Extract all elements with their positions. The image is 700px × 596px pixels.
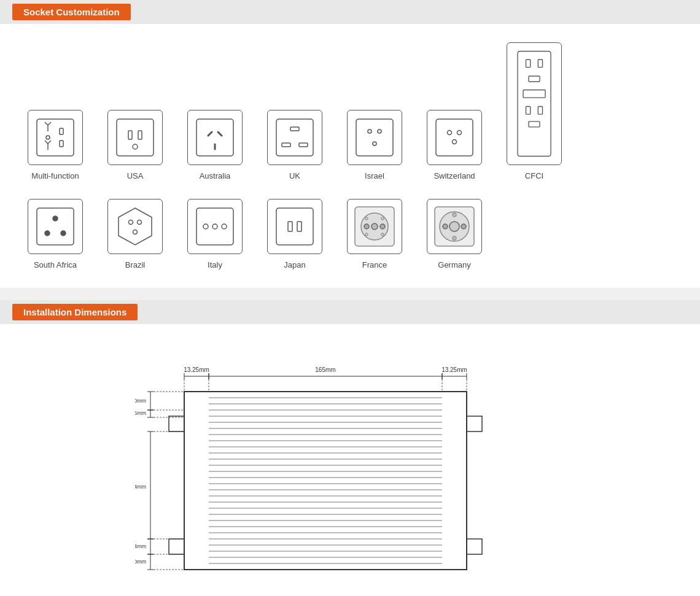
svg-rect-19 <box>290 127 299 131</box>
svg-text:5mm: 5mm <box>135 410 146 416</box>
svg-rect-34 <box>523 90 545 98</box>
socket-box-australia <box>187 110 243 165</box>
installation-section-header: Installation Dimensions <box>0 300 700 324</box>
svg-rect-10 <box>117 119 154 156</box>
svg-point-7 <box>46 136 50 139</box>
svg-line-2 <box>45 122 48 125</box>
page: Socket Customization <box>0 0 700 596</box>
svg-rect-20 <box>282 143 290 147</box>
svg-rect-50 <box>276 208 313 245</box>
svg-rect-12 <box>138 131 142 139</box>
socket-box-france <box>347 199 402 254</box>
svg-rect-51 <box>288 222 292 231</box>
socket-box-israel <box>347 110 402 165</box>
svg-point-28 <box>457 131 462 135</box>
svg-rect-52 <box>297 222 301 231</box>
socket-section-header: Socket Customization <box>0 0 700 24</box>
socket-box-brazil <box>107 199 163 254</box>
svg-rect-22 <box>356 119 393 156</box>
svg-point-49 <box>222 224 227 229</box>
socket-box-germany <box>427 199 482 254</box>
svg-line-15 <box>208 132 212 136</box>
socket-item-japan: Japan <box>258 199 332 269</box>
svg-line-6 <box>48 141 51 144</box>
svg-point-44 <box>138 220 142 225</box>
svg-text:165mm: 165mm <box>315 366 335 373</box>
socket-label-usa: USA <box>127 171 144 180</box>
socket-item-italy: Italy <box>178 199 252 269</box>
socket-box-italy <box>187 199 243 254</box>
svg-point-65 <box>443 224 448 229</box>
socket-item-cfci: CFCI <box>497 42 571 180</box>
socket-label-multi: Multi-function <box>31 171 79 180</box>
svg-point-39 <box>53 216 58 221</box>
socket-label-israel: Israel <box>365 171 384 180</box>
socket-item-south-africa: South Africa <box>18 199 92 269</box>
svg-rect-37 <box>529 122 540 127</box>
svg-point-67 <box>453 213 456 217</box>
svg-text:54mm: 54mm <box>135 484 146 490</box>
svg-rect-9 <box>60 141 63 147</box>
svg-text:13.25mm: 13.25mm <box>441 366 467 373</box>
svg-text:20mm: 20mm <box>135 559 146 565</box>
svg-point-23 <box>368 130 371 133</box>
svg-text:13.25mm: 13.25mm <box>184 366 209 373</box>
socket-label-brazil: Brazil <box>125 260 146 269</box>
svg-point-68 <box>453 236 456 240</box>
svg-rect-85 <box>184 392 467 570</box>
socket-section-title: Socket Customization <box>12 4 131 20</box>
svg-point-24 <box>378 130 381 133</box>
svg-rect-33 <box>529 76 540 82</box>
svg-rect-8 <box>60 128 63 134</box>
socket-item-switzerland: Switzerland <box>418 110 491 180</box>
svg-rect-11 <box>128 131 132 139</box>
socket-item-usa: USA <box>98 110 172 180</box>
svg-line-5 <box>45 141 48 144</box>
socket-label-australia: Australia <box>200 171 231 180</box>
socket-box-south-africa <box>28 199 83 254</box>
svg-rect-35 <box>526 107 531 115</box>
svg-rect-36 <box>538 107 542 115</box>
svg-marker-42 <box>119 208 152 245</box>
svg-rect-0 <box>37 119 74 156</box>
svg-rect-88 <box>467 416 482 432</box>
socket-row-2: South Africa <box>18 199 682 269</box>
socket-label-cfci: CFCI <box>525 171 543 180</box>
socket-box-multi <box>28 110 83 165</box>
socket-item-uk: UK <box>258 110 332 180</box>
socket-label-germany: Germany <box>438 260 470 269</box>
svg-line-16 <box>218 132 222 136</box>
socket-label-uk: UK <box>289 171 300 180</box>
svg-rect-30 <box>518 52 551 157</box>
socket-item-france: France <box>338 199 411 269</box>
socket-label-japan: Japan <box>284 260 305 269</box>
svg-point-66 <box>461 224 466 229</box>
svg-point-13 <box>133 144 138 149</box>
svg-text:4mm: 4mm <box>135 543 146 549</box>
svg-point-48 <box>212 224 217 229</box>
svg-point-29 <box>453 140 457 144</box>
socket-section-content: Multi-function USA <box>0 24 700 288</box>
installation-section-content: 13.25mm 165mm 13.25mm <box>0 324 700 596</box>
socket-label-france: France <box>362 260 387 269</box>
svg-rect-14 <box>196 119 233 156</box>
svg-point-47 <box>203 224 208 229</box>
installation-diagram: 13.25mm 165mm 13.25mm <box>135 343 565 596</box>
svg-point-43 <box>129 220 133 225</box>
svg-point-55 <box>371 223 378 230</box>
diagram-area: 13.25mm 165mm 13.25mm <box>0 324 700 596</box>
diagram-container: 13.25mm 165mm 13.25mm <box>135 343 565 596</box>
svg-rect-87 <box>169 539 184 554</box>
svg-rect-21 <box>299 143 308 147</box>
socket-box-switzerland <box>427 110 482 165</box>
socket-item-israel: Israel <box>338 110 411 180</box>
socket-item-germany: Germany <box>418 199 491 269</box>
svg-point-25 <box>373 142 376 145</box>
svg-point-45 <box>133 230 138 234</box>
socket-box-uk <box>267 110 322 165</box>
svg-rect-26 <box>436 119 473 156</box>
svg-text:20mm: 20mm <box>135 398 146 404</box>
svg-rect-46 <box>196 208 233 245</box>
svg-point-41 <box>61 231 66 236</box>
svg-point-56 <box>364 224 369 229</box>
